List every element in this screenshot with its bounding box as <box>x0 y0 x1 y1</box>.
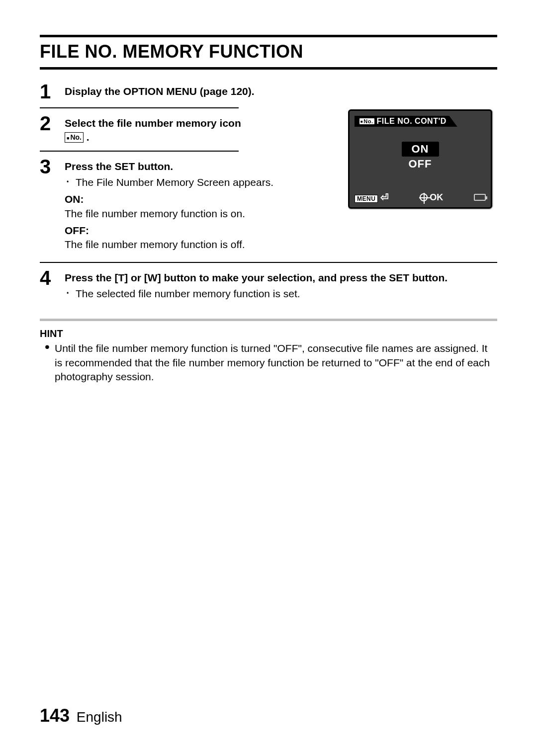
step-lead: Press the SET button. <box>65 160 340 173</box>
file-no-icon: No. <box>359 118 374 124</box>
option-on-label: ON: <box>65 192 340 206</box>
step-lead: Display the OPTION MENU (page 120). <box>65 85 255 97</box>
screen-tab: No. FILE NO. CONT'D <box>355 116 457 127</box>
step-bullet: The File Number Memory Screen appears. <box>65 175 340 189</box>
option-off: OFF <box>409 158 432 170</box>
steps-list: 1 Display the OPTION MENU (page 120). 2 … <box>40 77 497 307</box>
ok-label: OK <box>430 192 443 203</box>
step-number: 1 <box>40 82 55 101</box>
manual-page: FILE NO. MEMORY FUNCTION 1 Display the O… <box>0 0 537 756</box>
step-body: Select the file number memory icon No. . <box>65 113 340 145</box>
screen-bottom-bar: MENU ⏎ OK <box>355 191 486 203</box>
ok-indicator: OK <box>420 192 443 203</box>
step-body: Press the [T] or [W] button to make your… <box>65 268 497 301</box>
step-number: 4 <box>40 268 55 288</box>
step-3: 3 Press the SET button. The File Number … <box>40 152 340 258</box>
step-bullet: The selected file number memory function… <box>65 287 497 301</box>
rule-top <box>40 35 497 37</box>
step-lead-suffix: . <box>87 131 90 143</box>
step-lead: Press the [T] or [W] button to make your… <box>65 271 497 285</box>
steps-left-column: 2 Select the file number memory icon No.… <box>40 108 340 258</box>
step-number: 2 <box>40 113 55 133</box>
step-1: 1 Display the OPTION MENU (page 120). <box>40 77 497 107</box>
option-off-label: OFF: <box>65 224 340 238</box>
return-arrow-icon: ⏎ <box>380 192 389 203</box>
screen-tab-label: FILE NO. CONT'D <box>377 117 447 126</box>
step-number: 3 <box>40 157 55 176</box>
nav-pad-icon <box>420 193 428 201</box>
menu-chip: MENU <box>355 195 378 203</box>
hint-text: Until the file number memory function is… <box>40 341 497 384</box>
file-no-icon: No. <box>65 132 84 143</box>
step-body: Press the SET button. The File Number Me… <box>65 157 340 252</box>
page-title: FILE NO. MEMORY FUNCTION <box>40 41 497 62</box>
page-language: English <box>77 709 122 725</box>
page-footer: 143 English <box>40 705 122 726</box>
option-on-text: The file number memory function is on. <box>65 207 340 221</box>
camera-screen: No. FILE NO. CONT'D ON OFF MENU ⏎ <box>348 109 492 209</box>
rule-under-title <box>40 67 497 70</box>
camera-screen-illustration: No. FILE NO. CONT'D ON OFF MENU ⏎ <box>348 108 497 209</box>
step-2: 2 Select the file number memory icon No.… <box>40 108 340 151</box>
step-body: Display the OPTION MENU (page 120). <box>65 82 497 98</box>
step-lead: Select the file number memory icon <box>65 117 241 129</box>
battery-icon <box>474 194 486 201</box>
hint-title: HINT <box>40 328 497 339</box>
option-off-text: The file number memory function is off. <box>65 238 340 252</box>
option-on-selected: ON <box>402 142 439 157</box>
steps-with-screen: 2 Select the file number memory icon No.… <box>40 108 497 258</box>
hint-divider <box>40 319 497 321</box>
page-number: 143 <box>40 705 70 726</box>
screen-options: ON OFF <box>350 142 491 171</box>
step-4: 4 Press the [T] or [W] button to make yo… <box>40 263 497 307</box>
menu-back-indicator: MENU ⏎ <box>355 191 389 203</box>
